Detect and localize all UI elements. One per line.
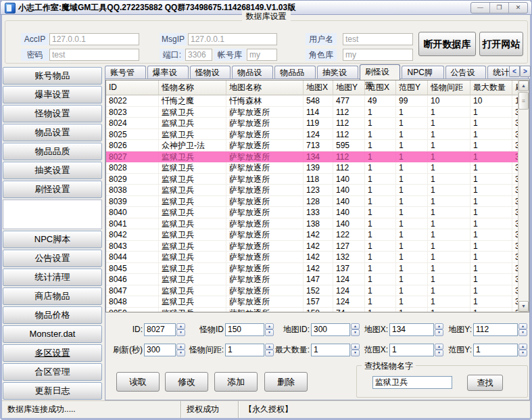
tab-2[interactable]: 怪物设置 bbox=[190, 66, 231, 79]
tab-4[interactable]: 物品品质 bbox=[274, 66, 316, 79]
column-header-4[interactable]: 地图Y bbox=[333, 80, 365, 95]
sidebar-item-6[interactable]: 刷怪设置 bbox=[3, 181, 102, 198]
table-row[interactable]: 8025监狱卫兵萨挐放逐所12411211113 bbox=[106, 129, 529, 141]
sidebar-item-0[interactable]: 账号物品 bbox=[3, 67, 102, 85]
tab-1[interactable]: 爆率设置 bbox=[147, 66, 189, 79]
table-row[interactable]: 8046监狱卫兵萨挐放逐所14712411113 bbox=[106, 274, 529, 285]
scroll-down-icon[interactable]: ▼ bbox=[518, 301, 529, 312]
column-header-0[interactable]: ID bbox=[106, 80, 159, 95]
form-field-input[interactable] bbox=[311, 323, 350, 336]
monster-table[interactable]: ID怪物名称地图名称地图X地图Y范围X范围Y怪物间距最大数量刷 8022忏悔之魔… bbox=[105, 80, 529, 312]
spinner-up-icon[interactable]: ▲ bbox=[435, 323, 443, 330]
form-field-input[interactable] bbox=[225, 344, 264, 356]
column-header-7[interactable]: 怪物间距 bbox=[428, 80, 470, 95]
form-field-input[interactable] bbox=[389, 323, 434, 336]
sidebar-item-8[interactable]: 公告设置 bbox=[3, 250, 102, 267]
column-header-8[interactable]: 最大数量 bbox=[470, 80, 512, 95]
table-row[interactable]: 8026众神护卫-法萨挐放逐所71359511113 bbox=[106, 140, 529, 151]
minimize-icon[interactable]: — bbox=[471, 3, 490, 13]
read-button[interactable]: 读取 bbox=[116, 372, 160, 392]
tab-5[interactable]: 抽奖设置 bbox=[317, 66, 358, 79]
form-field-input[interactable] bbox=[473, 323, 518, 336]
scroll-up-icon[interactable]: ▲ bbox=[518, 80, 529, 91]
tab-3[interactable]: 物品设置 bbox=[232, 66, 273, 79]
modify-button[interactable]: 修改 bbox=[165, 372, 208, 392]
table-row[interactable]: 8043监狱卫兵萨挐放逐所14212711113 bbox=[106, 241, 529, 252]
add-button[interactable]: 添加 bbox=[214, 372, 258, 392]
spinner-up-icon[interactable]: ▲ bbox=[176, 323, 185, 330]
spinner-down-icon[interactable]: ▼ bbox=[518, 350, 527, 356]
sidebar-item-13[interactable]: 多区设置 bbox=[3, 344, 102, 362]
table-row[interactable]: 8027监狱卫兵萨挐放逐所13411211113 bbox=[106, 151, 529, 163]
tab-6[interactable]: 刷怪设置 bbox=[360, 64, 401, 80]
port-field[interactable] bbox=[185, 49, 212, 61]
spinner-down-icon[interactable]: ▼ bbox=[518, 329, 527, 336]
form-field-input[interactable] bbox=[473, 344, 518, 356]
sidebar-item-4[interactable]: 物品品质 bbox=[3, 143, 102, 160]
spinner-down-icon[interactable]: ▼ bbox=[176, 329, 185, 336]
table-row[interactable]: 8029监狱卫兵萨挐放逐所11814011113 bbox=[106, 174, 529, 185]
form-field-input[interactable] bbox=[389, 344, 434, 356]
spinner-up-icon[interactable]: ▲ bbox=[351, 344, 360, 350]
sidebar-item-11[interactable]: 物品价格 bbox=[3, 306, 102, 324]
spinner-down-icon[interactable]: ▼ bbox=[351, 350, 360, 356]
sidebar-item-12[interactable]: Monster.dat bbox=[3, 325, 102, 343]
tab-scroll-right-button[interactable]: > bbox=[520, 66, 531, 77]
table-row[interactable]: 8041监狱卫兵萨挐放逐所13814011113 bbox=[106, 218, 529, 230]
form-field-input[interactable] bbox=[144, 323, 176, 336]
sidebar-item-5[interactable]: 抽奖设置 bbox=[3, 162, 102, 179]
table-row[interactable]: 8040监狱卫兵萨挐放逐所13314011113 bbox=[106, 207, 529, 218]
table-row[interactable]: 8045监狱卫兵萨挐放逐所14213711113 bbox=[106, 263, 529, 275]
role-db-field[interactable] bbox=[343, 49, 413, 61]
account-db-field[interactable] bbox=[247, 49, 277, 61]
spinner-up-icon[interactable]: ▲ bbox=[518, 323, 527, 330]
column-header-6[interactable]: 范围Y bbox=[396, 80, 428, 95]
sidebar-item-3[interactable]: 物品设置 bbox=[3, 124, 102, 141]
search-monster-input[interactable] bbox=[372, 376, 452, 389]
open-website-button[interactable]: 打开网站 bbox=[479, 32, 523, 56]
sidebar-item-15[interactable]: 更新日志 bbox=[3, 382, 102, 400]
table-row[interactable]: 8039监狱卫兵萨挐放逐所12814011113 bbox=[106, 196, 529, 208]
table-row[interactable]: 8044监狱卫兵萨挐放逐所14213211113 bbox=[106, 252, 529, 263]
table-row[interactable]: 8038监狱卫兵萨挐放逐所12314011113 bbox=[106, 185, 529, 196]
column-header-3[interactable]: 地图X bbox=[304, 80, 333, 95]
sidebar-item-2[interactable]: 怪物设置 bbox=[3, 105, 102, 122]
table-row[interactable]: 8028监狱卫兵萨挐放逐所13911211113 bbox=[106, 162, 529, 174]
table-row[interactable]: 8022忏悔之魔忏悔森林548477499910101 bbox=[106, 95, 529, 107]
table-vertical-scrollbar[interactable]: ▲ ≡ ▼ bbox=[518, 80, 529, 312]
table-row[interactable]: 8050监狱卫兵萨挐放逐所1587411113 bbox=[106, 308, 529, 313]
tab-scroll-left-button[interactable]: < bbox=[509, 66, 520, 77]
table-row[interactable]: 8048监狱卫兵萨挐放逐所15712411113 bbox=[106, 296, 529, 308]
close-icon[interactable]: ✕ bbox=[509, 3, 527, 13]
username-field[interactable] bbox=[343, 33, 413, 45]
scrollbar-thumb[interactable]: ≡ bbox=[518, 92, 529, 110]
column-header-1[interactable]: 怪物名称 bbox=[159, 80, 226, 95]
table-header[interactable]: ID怪物名称地图名称地图X地图Y范围X范围Y怪物间距最大数量刷 bbox=[106, 80, 529, 95]
table-row[interactable]: 8024监狱卫兵萨挐放逐所11911211113 bbox=[106, 118, 529, 129]
msgip-field[interactable] bbox=[188, 33, 277, 45]
form-field-input[interactable] bbox=[144, 344, 176, 356]
spinner-down-icon[interactable]: ▼ bbox=[351, 329, 360, 336]
maximize-icon[interactable]: ❐ bbox=[490, 3, 509, 13]
form-field-input[interactable] bbox=[311, 344, 350, 356]
column-header-2[interactable]: 地图名称 bbox=[226, 80, 304, 95]
spinner-down-icon[interactable]: ▼ bbox=[176, 350, 185, 356]
sidebar-item-10[interactable]: 商店物品 bbox=[3, 287, 102, 305]
tab-7[interactable]: NPC脚本 bbox=[402, 66, 443, 79]
spinner-up-icon[interactable]: ▲ bbox=[435, 344, 443, 350]
sidebar-item-14[interactable]: 合区管理 bbox=[3, 363, 102, 381]
table-body[interactable]: 8022忏悔之魔忏悔森林5484774999101018023监狱卫兵萨挐放逐所… bbox=[106, 95, 529, 312]
spinner-down-icon[interactable]: ▼ bbox=[435, 329, 443, 336]
sidebar-item-1[interactable]: 爆率设置 bbox=[3, 86, 102, 103]
spinner-up-icon[interactable]: ▲ bbox=[351, 323, 360, 330]
form-field-input[interactable] bbox=[225, 323, 264, 336]
delete-button[interactable]: 删除 bbox=[264, 372, 308, 392]
tab-8[interactable]: 公告设置 bbox=[445, 66, 487, 79]
tab-0[interactable]: 账号管理 bbox=[105, 66, 146, 79]
spinner-down-icon[interactable]: ▼ bbox=[435, 350, 443, 356]
table-row[interactable]: 8023监狱卫兵萨挐放逐所11411211113 bbox=[106, 107, 529, 118]
spinner-up-icon[interactable]: ▲ bbox=[176, 344, 185, 350]
table-row[interactable]: 8047监狱卫兵萨挐放逐所15212411113 bbox=[106, 285, 529, 297]
sidebar-item-7[interactable]: NPC脚本 bbox=[3, 231, 102, 248]
table-row[interactable]: 8042监狱卫兵萨挐放逐所14212211113 bbox=[106, 229, 529, 241]
